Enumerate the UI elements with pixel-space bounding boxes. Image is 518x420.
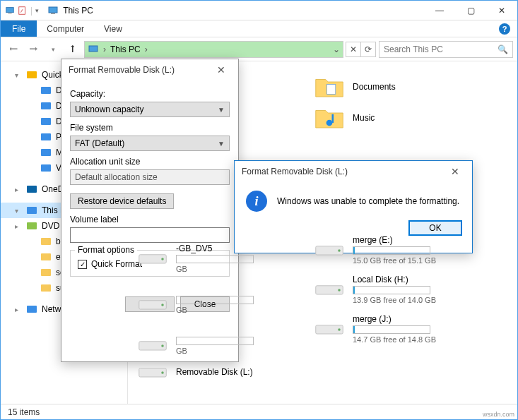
svg-rect-5 [89, 46, 98, 52]
checkbox-icon: ✓ [78, 260, 87, 269]
properties-icon[interactable] [18, 6, 28, 16]
svg-point-25 [338, 249, 341, 252]
status-bar: 15 items [1, 404, 517, 419]
search-icon: 🔍 [498, 44, 508, 54]
svg-rect-6 [27, 71, 37, 78]
source-watermark: wsxdn.com [483, 411, 514, 418]
info-icon: i [246, 191, 267, 212]
svg-rect-10 [41, 133, 51, 140]
filesystem-label: File system [70, 123, 230, 133]
drive-item-partial[interactable]: GB [135, 332, 305, 358]
chevron-right-icon[interactable]: › [145, 44, 148, 54]
minimize-button[interactable]: — [424, 1, 455, 20]
svg-rect-21 [327, 85, 336, 95]
back-button[interactable]: 🠔 [5, 41, 22, 58]
svg-rect-18 [41, 269, 51, 276]
svg-rect-12 [41, 164, 51, 172]
svg-rect-23 [332, 114, 334, 123]
svg-point-29 [338, 328, 341, 331]
qat-separator: | [30, 6, 33, 16]
address-clear-button[interactable]: ✕ [346, 42, 361, 57]
svg-point-35 [161, 344, 164, 347]
svg-rect-11 [41, 149, 51, 156]
error-dialog-close-button[interactable]: ✕ [445, 162, 465, 181]
maximize-button[interactable]: ▢ [455, 1, 486, 20]
recent-dropdown[interactable]: ▾ [45, 41, 61, 58]
ribbon: File Computer View ? [1, 20, 517, 37]
help-button[interactable]: ? [499, 20, 510, 37]
help-icon: ? [499, 23, 510, 35]
svg-rect-20 [27, 306, 37, 313]
refresh-button[interactable]: ⟳ [360, 42, 376, 57]
allocation-combo[interactable]: Default allocation size [70, 169, 230, 185]
drive-item[interactable]: merge (J:)14.7 GB free of 14.8 GB [312, 311, 474, 347]
folder-documents[interactable]: Documents [312, 71, 474, 102]
svg-rect-0 [6, 7, 14, 12]
error-dialog-titlebar[interactable]: Format Removable Disk (L:) ✕ [235, 161, 472, 182]
folder-music[interactable]: Music [312, 102, 474, 133]
filesystem-combo[interactable]: FAT (Default)▼ [70, 136, 230, 151]
pc-icon-small [5, 6, 15, 16]
capacity-combo[interactable]: Unknown capacity▼ [70, 102, 230, 117]
error-dialog-title: Format Removable Disk (L:) [242, 167, 348, 176]
search-input[interactable]: Search This PC 🔍 [379, 41, 513, 58]
drive-item-partial[interactable]: GB [135, 292, 305, 317]
format-dialog-titlebar[interactable]: Format Removable Disk (L:) ✕ [61, 59, 238, 80]
svg-rect-9 [41, 118, 51, 125]
svg-point-22 [326, 120, 333, 126]
address-pc-icon [88, 44, 99, 55]
chevron-right-icon[interactable]: › [103, 44, 106, 54]
restore-defaults-button[interactable]: Restore device defaults [70, 193, 174, 209]
svg-rect-17 [41, 253, 51, 260]
svg-rect-14 [27, 207, 37, 214]
svg-rect-8 [41, 102, 51, 109]
svg-rect-3 [49, 7, 57, 13]
window-pc-icon [47, 5, 59, 16]
svg-rect-4 [51, 13, 55, 14]
svg-point-33 [161, 304, 164, 306]
chevron-down-icon: ▼ [218, 140, 225, 148]
breadcrumb[interactable]: This PC [110, 44, 141, 54]
drive-removable[interactable]: Removable Disk (L:) [135, 359, 298, 385]
svg-rect-1 [8, 13, 11, 13]
format-options-legend: Format options [75, 245, 137, 255]
svg-rect-7 [41, 87, 51, 94]
svg-point-37 [161, 371, 164, 374]
search-placeholder: Search This PC [384, 44, 443, 54]
error-message: Windows was unable to complete the forma… [277, 196, 459, 206]
close-button[interactable]: ✕ [486, 1, 517, 20]
navigation-bar: 🠔 🠖 ▾ 🠕 › This PC › ⌄ ✕ ⟳ Search This PC… [1, 37, 517, 61]
forward-button[interactable]: 🠖 [25, 41, 42, 58]
window-title: This PC [63, 6, 93, 16]
up-button[interactable]: 🠕 [64, 41, 81, 58]
capacity-label: Capacity: [70, 89, 230, 99]
address-dropdown-icon[interactable]: ⌄ [333, 44, 340, 54]
format-dialog-title: Format Removable Disk (L:) [69, 65, 175, 75]
titlebar: | ▾ This PC — ▢ ✕ [1, 1, 517, 20]
svg-rect-15 [27, 222, 37, 229]
quick-access-toolbar: | ▾ [1, 6, 43, 16]
file-tab[interactable]: File [1, 20, 37, 37]
svg-rect-13 [27, 186, 37, 193]
tab-computer[interactable]: Computer [37, 20, 94, 37]
chevron-down-icon: ▼ [218, 106, 225, 114]
item-count: 15 items [8, 407, 40, 417]
drive-item-partial[interactable]: -GB_DV5GB [135, 241, 305, 276]
svg-rect-16 [41, 238, 51, 245]
format-dialog-close-button[interactable]: ✕ [211, 60, 231, 80]
qat-dropdown-icon[interactable]: ▾ [35, 7, 39, 14]
drive-item[interactable]: Local Disk (H:)13.9 GB free of 14.0 GB [312, 272, 474, 307]
allocation-label: Allocation unit size [70, 157, 230, 167]
volume-label-label: Volume label [70, 215, 230, 224]
drive-item[interactable]: merge (E:)15.0 GB free of 15.1 GB [312, 232, 474, 268]
svg-rect-19 [41, 284, 51, 292]
address-bar[interactable]: › This PC › ⌄ [84, 41, 343, 58]
svg-point-27 [338, 289, 341, 292]
tab-view[interactable]: View [94, 20, 132, 37]
svg-point-31 [161, 258, 164, 260]
